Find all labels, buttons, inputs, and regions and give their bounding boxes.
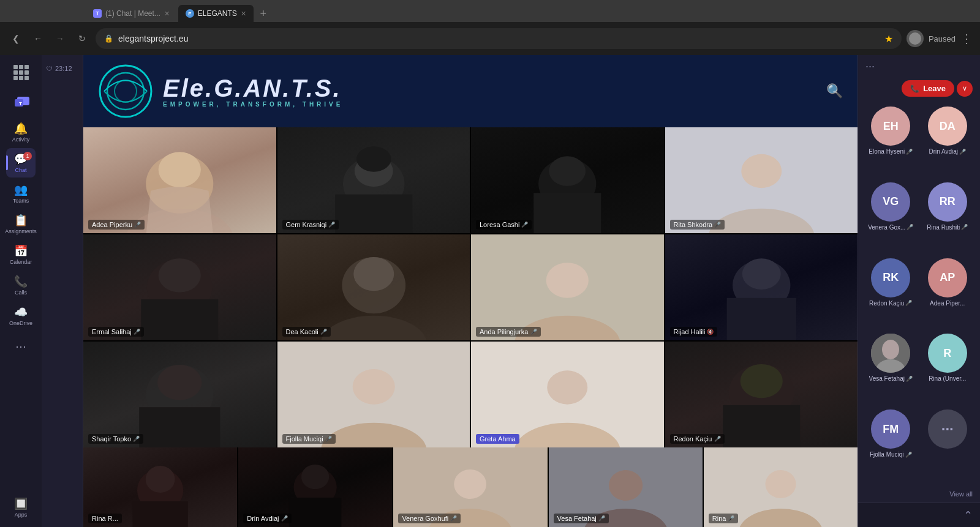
participant-item-more[interactable]: ··· — [922, 409, 973, 479]
svg-point-35 — [352, 369, 394, 405]
participant-item-rk: RK Redon Kaçiu 🎤 — [865, 258, 916, 328]
teams-logo-icon[interactable]: T — [6, 89, 36, 114]
svg-point-41 — [740, 364, 782, 398]
nav-reload[interactable]: ↻ — [74, 30, 91, 47]
nav-bar: ❮ ← → ↻ 🔒 elegantsproject.eu ★ Paused ⋮ — [0, 22, 980, 55]
video-cell-gem: Gem Krasniqi 🎤 — [277, 127, 470, 233]
video-cell-drin: Drin Avdiaj 🎤 — [238, 447, 392, 527]
tab-bar: T (1) Chat | Meet... ✕ E ELEGANTS ✕ + — [0, 0, 980, 22]
svg-rect-15 — [533, 193, 601, 233]
video-cell-rijad: Rijad Halili 🔇 — [665, 234, 858, 340]
star-icon[interactable]: ★ — [884, 33, 893, 45]
participant-item-r: R Rina (Unver... — [922, 334, 973, 403]
main-content: Ele.G.AN.T.S. EMPOWER, TRANSFORM, THRIVE… — [83, 55, 858, 527]
new-tab-button[interactable]: + — [255, 5, 272, 22]
svg-point-20 — [159, 258, 201, 292]
svg-point-59 — [882, 340, 899, 359]
sidebar-item-assignments[interactable]: 📋 Assignments — [6, 209, 36, 239]
address-bar[interactable]: 🔒 elegantsproject.eu ★ — [96, 28, 902, 49]
svg-text:T: T — [19, 101, 22, 107]
leave-chevron-button[interactable]: ∨ — [957, 81, 973, 97]
video-cell-vesa: Vesa Fetahaj 🎤 — [549, 447, 703, 527]
svg-point-50 — [454, 469, 487, 499]
svg-point-26 — [546, 263, 589, 298]
svg-point-23 — [353, 257, 394, 291]
svg-rect-48 — [289, 498, 341, 527]
video-cell-venera: Venera Goxhufi 🎤 — [393, 447, 547, 527]
svg-rect-42 — [723, 405, 800, 447]
video-cell-rita: Rita Shkodra 🎤 — [665, 127, 858, 233]
participant-item-vesa: Vesa Fetahaj 🎤 — [865, 334, 916, 403]
waffle-button[interactable] — [9, 60, 33, 84]
svg-point-4 — [107, 73, 144, 110]
participant-item-da: DA Drin Avdiaj 🎤 — [922, 107, 973, 176]
svg-point-53 — [609, 470, 643, 501]
elegants-banner: Ele.G.AN.T.S. EMPOWER, TRANSFORM, THRIVE… — [83, 55, 858, 127]
video-bottom-row: Rina R... Drin Avdiaj 🎤 — [83, 447, 858, 527]
bottom-chevron-button[interactable]: ⌃ — [963, 509, 973, 522]
sidebar-item-more[interactable]: ⋯ — [6, 332, 36, 361]
sidebar-item-onedrive[interactable]: ☁️ OneDrive — [6, 301, 36, 331]
svg-point-38 — [547, 370, 587, 404]
video-cell-shaqir: Shaqir Topko 🎤 — [83, 342, 276, 447]
svg-rect-33 — [139, 407, 220, 447]
video-cell-ermal: Ermal Salihaj 🎤 — [83, 234, 276, 340]
address-text: elegantsproject.eu — [118, 34, 880, 43]
leave-call-button[interactable]: 📞 Leave — [902, 80, 954, 97]
video-cell-rinar: Rina R... — [83, 447, 237, 527]
participant-item-fm: FM Fjolla Muciqi 🎤 — [865, 409, 916, 479]
chat-time-display: 🛡 23:12 — [42, 60, 83, 77]
svg-point-47 — [301, 465, 329, 489]
video-cell-redon: Redon Kaçiu 🎤 — [665, 342, 858, 447]
teams-sidebar: T 🔔 Activity 💬 Chat 1 👥 Teams 📋 Assignme… — [0, 55, 42, 527]
sidebar-item-apps[interactable]: 🔲 Apps — [6, 493, 36, 522]
video-cell-loresa: Loresa Gashi 🎤 — [471, 127, 664, 233]
svg-rect-30 — [726, 298, 796, 340]
lock-icon: 🔒 — [104, 34, 113, 43]
svg-point-24 — [320, 316, 426, 340]
paused-indicator: Paused — [907, 30, 956, 47]
svg-rect-21 — [141, 299, 218, 340]
logo-subtitle: EMPOWER, TRANSFORM, THRIVE — [163, 101, 343, 108]
svg-point-14 — [549, 156, 586, 185]
logo-title: Ele.G.AN.T.S. — [163, 75, 343, 102]
svg-point-7 — [159, 152, 201, 187]
participant-item-eh: EH Elona Hyseni 🎤 — [865, 107, 916, 176]
sidebar-item-calls[interactable]: 📞 Calls — [6, 271, 36, 300]
panel-bottom-bar: ⌃ — [858, 503, 980, 527]
chat-badge: 1 — [23, 152, 32, 160]
tab-inactive[interactable]: T (1) Chat | Meet... ✕ — [86, 5, 177, 22]
sidebar-item-chat[interactable]: 💬 Chat 1 — [6, 148, 36, 178]
sidebar-item-teams[interactable]: 👥 Teams — [6, 179, 36, 208]
panel-more-button[interactable]: ··· — [865, 60, 875, 73]
participant-item-vg: VG Venera Gox... 🎤 — [865, 182, 916, 252]
video-cell-greta: Greta Ahma — [471, 342, 664, 447]
shield-icon: 🛡 — [47, 65, 53, 72]
participant-list: EH Elona Hyseni 🎤 DA Drin Avdiaj 🎤 — [858, 102, 980, 484]
participant-item-rr: RR Rina Rushiti 🎤 — [922, 182, 973, 252]
svg-point-5 — [115, 80, 137, 102]
video-grid: Adea Piperku 🎤 Gem Krasniqi 🎤 — [83, 127, 858, 447]
nav-back[interactable]: ← — [29, 30, 47, 47]
video-cell-fjolla: Fjolla Muciqi 🎤 — [277, 342, 470, 447]
banner-search-button[interactable]: 🔍 — [826, 83, 843, 99]
tab-active[interactable]: E ELEGANTS ✕ — [178, 5, 254, 22]
nav-forward[interactable]: → — [51, 30, 69, 47]
browser-more[interactable]: ⋮ — [960, 31, 973, 46]
right-panel: ··· 📞 Leave ∨ EH Elona Hyseni 🎤 — [858, 55, 980, 527]
svg-point-32 — [157, 365, 202, 400]
svg-point-11 — [356, 146, 391, 172]
sidebar-item-calendar[interactable]: 📅 Calendar — [6, 240, 36, 269]
logo-graphic — [98, 64, 153, 119]
nav-overflow[interactable]: ❮ — [7, 30, 24, 47]
video-cell-rina: Rina 🎤 — [704, 447, 858, 527]
chat-side-panel: 🛡 23:12 — [42, 55, 83, 527]
svg-rect-12 — [335, 195, 412, 233]
svg-point-29 — [742, 258, 780, 290]
svg-rect-45 — [132, 501, 187, 527]
view-all-button[interactable]: View all — [858, 484, 980, 503]
video-cell-adea: Adea Piperku 🎤 — [83, 127, 276, 233]
svg-point-56 — [765, 470, 796, 498]
svg-point-44 — [146, 466, 175, 493]
sidebar-item-activity[interactable]: 🔔 Activity — [6, 118, 36, 147]
